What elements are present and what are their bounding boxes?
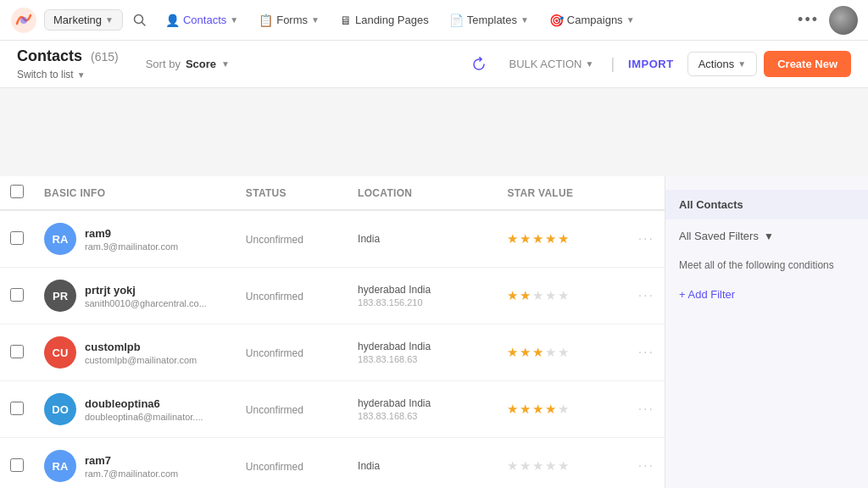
row-more-actions[interactable]: ··· bbox=[628, 381, 665, 438]
contact-name[interactable]: doubleoptina6 bbox=[85, 397, 203, 410]
row-more-actions[interactable]: ··· bbox=[628, 268, 665, 324]
campaigns-icon: 🎯 bbox=[549, 14, 564, 27]
status-badge: Unconfirmed bbox=[246, 291, 303, 302]
nav-templates[interactable]: 📄 Templates ▼ bbox=[441, 10, 537, 30]
contact-name[interactable]: customlpb bbox=[85, 341, 197, 353]
import-button[interactable]: IMPORT bbox=[621, 58, 681, 70]
contact-stars[interactable]: ★★★★★ bbox=[497, 268, 627, 324]
user-avatar[interactable] bbox=[829, 6, 858, 35]
contact-location: hyderabad India 183.83.168.63 bbox=[348, 324, 497, 381]
nav-landing-pages[interactable]: 🖥 Landing Pages bbox=[331, 10, 437, 30]
contact-location-ip: 183.83.168.63 bbox=[358, 411, 487, 421]
contacts-table: Basic Info Status Location Star Value RA… bbox=[0, 176, 665, 488]
actions-button[interactable]: Actions ▼ bbox=[687, 52, 758, 76]
workspace-chevron-icon: ▼ bbox=[105, 15, 114, 25]
contact-location: hyderabad India 183.83.156.210 bbox=[348, 268, 497, 324]
contacts-table-area: Basic Info Status Location Star Value RA… bbox=[0, 176, 665, 488]
row-more-icon[interactable]: ··· bbox=[638, 288, 654, 302]
row-checkbox[interactable] bbox=[10, 402, 24, 415]
contact-basic-info: PR prtrjt yokj sanith0010@gharcentral.co… bbox=[34, 268, 236, 324]
contact-status: Unconfirmed bbox=[236, 324, 348, 381]
table-header: Basic Info Status Location Star Value bbox=[0, 176, 665, 210]
main-content: Basic Info Status Location Star Value RA… bbox=[0, 176, 868, 488]
header-location: Location bbox=[348, 176, 497, 210]
page-title: Contacts bbox=[17, 47, 82, 65]
nav-more-button[interactable]: ••• bbox=[791, 8, 826, 32]
sidebar-saved-filters[interactable]: All Saved Filters ▼ bbox=[665, 223, 868, 249]
row-checkbox-cell bbox=[0, 268, 34, 324]
templates-icon: 📄 bbox=[449, 14, 464, 27]
refresh-button[interactable] bbox=[465, 51, 492, 78]
sidebar-all-contacts[interactable]: All Contacts bbox=[665, 190, 868, 219]
row-more-actions[interactable]: ··· bbox=[628, 438, 665, 489]
nav-campaigns[interactable]: 🎯 Campaigns ▼ bbox=[541, 10, 643, 30]
sidebar-conditions: Meet all of the following conditions bbox=[665, 249, 868, 281]
contact-email: sanith0010@gharcentral.co... bbox=[85, 298, 207, 308]
star-empty-icon: ★ bbox=[545, 288, 556, 303]
star-empty-icon: ★ bbox=[532, 288, 543, 303]
workspace-selector[interactable]: Marketing ▼ bbox=[44, 9, 123, 30]
status-badge: Unconfirmed bbox=[246, 461, 303, 473]
row-more-icon[interactable]: ··· bbox=[638, 345, 654, 359]
row-more-actions[interactable]: ··· bbox=[628, 324, 665, 381]
contact-stars[interactable]: ★★★★★ bbox=[497, 438, 627, 489]
row-checkbox[interactable] bbox=[10, 231, 24, 245]
star-filled-icon: ★ bbox=[532, 231, 543, 247]
contact-name[interactable]: ram7 bbox=[85, 454, 178, 467]
status-badge: Unconfirmed bbox=[246, 234, 303, 246]
row-more-icon[interactable]: ··· bbox=[638, 458, 654, 473]
row-checkbox[interactable] bbox=[10, 458, 24, 472]
switch-to-list[interactable]: Switch to list ▼ bbox=[17, 69, 119, 80]
forms-chevron-icon: ▼ bbox=[311, 15, 320, 25]
table-row: RA ram9 ram.9@mailinator.com Unconfirmed… bbox=[0, 210, 665, 268]
star-filled-icon: ★ bbox=[507, 231, 518, 247]
templates-chevron-icon: ▼ bbox=[520, 15, 529, 25]
sort-value[interactable]: Score bbox=[186, 58, 216, 70]
row-checkbox-cell bbox=[0, 381, 34, 438]
toolbar: Contacts (615) Switch to list ▼ Sort by … bbox=[0, 41, 868, 88]
star-filled-icon: ★ bbox=[532, 402, 543, 417]
star-empty-icon: ★ bbox=[558, 345, 569, 360]
table-row: DO doubleoptina6 doubleoptina6@mailinato… bbox=[0, 381, 665, 438]
header-actions bbox=[628, 176, 665, 210]
star-filled-icon: ★ bbox=[520, 345, 531, 360]
header-status: Status bbox=[236, 176, 348, 210]
contact-basic-info: CU customlpb customlpb@mailinator.com bbox=[34, 324, 236, 381]
contact-stars[interactable]: ★★★★★ bbox=[497, 381, 627, 438]
nav-contacts[interactable]: 👤 Contacts ▼ bbox=[157, 10, 247, 30]
select-all-checkbox[interactable] bbox=[10, 185, 24, 198]
contact-stars[interactable]: ★★★★★ bbox=[497, 210, 627, 268]
add-filter-button[interactable]: + Add Filter bbox=[665, 281, 868, 308]
contact-status: Unconfirmed bbox=[236, 210, 348, 268]
contact-email: ram.9@mailinator.com bbox=[85, 241, 178, 252]
contact-location-ip: 183.83.168.63 bbox=[358, 354, 487, 364]
contact-name[interactable]: prtrjt yokj bbox=[85, 284, 207, 297]
create-new-button[interactable]: Create New bbox=[764, 51, 851, 77]
star-empty-icon: ★ bbox=[520, 458, 531, 474]
header-star-value: Star Value bbox=[497, 176, 627, 210]
contact-avatar: CU bbox=[44, 336, 76, 369]
contact-name[interactable]: ram9 bbox=[85, 227, 178, 240]
contacts-icon: 👤 bbox=[165, 14, 180, 27]
row-more-icon[interactable]: ··· bbox=[638, 402, 654, 416]
row-checkbox[interactable] bbox=[10, 345, 24, 358]
toolbar-separator: | bbox=[610, 55, 615, 73]
contact-stars[interactable]: ★★★★★ bbox=[497, 324, 627, 381]
star-empty-icon: ★ bbox=[558, 288, 569, 303]
star-filled-icon: ★ bbox=[545, 402, 556, 417]
row-checkbox[interactable] bbox=[10, 288, 24, 302]
contacts-count: (615) bbox=[91, 50, 119, 64]
star-empty-icon: ★ bbox=[545, 345, 556, 360]
bulk-chevron-icon: ▼ bbox=[585, 59, 593, 69]
svg-point-1 bbox=[20, 17, 27, 24]
bulk-action-button[interactable]: BULK ACTION ▼ bbox=[499, 53, 604, 75]
search-button[interactable] bbox=[126, 7, 153, 34]
row-more-icon[interactable]: ··· bbox=[638, 231, 654, 246]
row-more-actions[interactable]: ··· bbox=[628, 210, 665, 268]
star-empty-icon: ★ bbox=[532, 458, 543, 474]
sort-chevron-icon[interactable]: ▼ bbox=[221, 59, 230, 69]
app-logo[interactable] bbox=[10, 7, 37, 34]
nav-forms[interactable]: 📋 Forms ▼ bbox=[250, 10, 328, 30]
contact-email: customlpb@mailinator.com bbox=[85, 355, 197, 365]
star-empty-icon: ★ bbox=[507, 458, 518, 474]
